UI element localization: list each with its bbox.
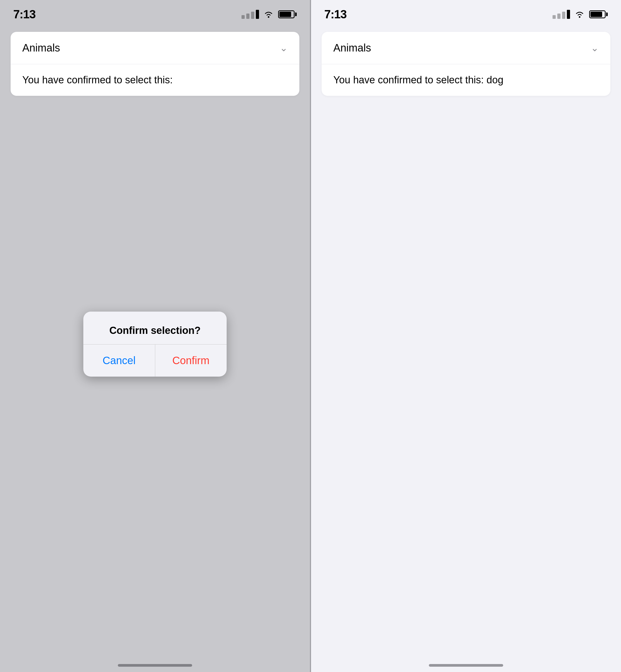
home-bar-left (118, 664, 192, 667)
signal-icon-right (552, 10, 570, 19)
alert-dialog: Confirm selection? Cancel Confirm (83, 311, 226, 377)
confirm-button[interactable]: Confirm (155, 344, 227, 377)
card-title-row-right[interactable]: Animals ⌄ (322, 32, 610, 64)
cancel-button[interactable]: Cancel (83, 344, 155, 377)
home-indicator-left (0, 664, 310, 672)
card-desc-row-right: You have confirmed to select this: dog (322, 64, 610, 96)
chevron-icon-right: ⌄ (591, 42, 599, 54)
content-area-left: Animals ⌄ You have confirmed to select t… (0, 24, 310, 664)
right-screen: 7:13 (311, 0, 621, 672)
battery-icon-left (278, 10, 297, 18)
card-description-right: You have confirmed to select this: dog (333, 74, 503, 86)
status-icons-right (552, 10, 608, 19)
time-right: 7:13 (324, 8, 346, 21)
battery-icon-right (589, 10, 608, 18)
status-bar-right: 7:13 (311, 0, 621, 24)
home-bar-right (429, 664, 503, 667)
alert-title: Confirm selection? (83, 311, 226, 344)
card-right: Animals ⌄ You have confirmed to select t… (322, 32, 610, 96)
home-indicator-right (311, 664, 621, 672)
wifi-icon-left (263, 10, 274, 18)
wifi-icon-right (574, 10, 585, 18)
status-icons-left (242, 10, 297, 19)
content-area-right: Animals ⌄ You have confirmed to select t… (311, 24, 621, 664)
svg-point-0 (268, 16, 270, 18)
alert-overlay: Confirm selection? Cancel Confirm (0, 24, 310, 664)
signal-icon-left (242, 10, 259, 19)
svg-point-1 (579, 16, 580, 18)
alert-buttons: Cancel Confirm (83, 344, 226, 377)
card-title-right: Animals (333, 42, 371, 54)
left-screen: 7:13 (0, 0, 310, 672)
status-bar-left: 7:13 (0, 0, 310, 24)
time-left: 7:13 (13, 8, 36, 21)
